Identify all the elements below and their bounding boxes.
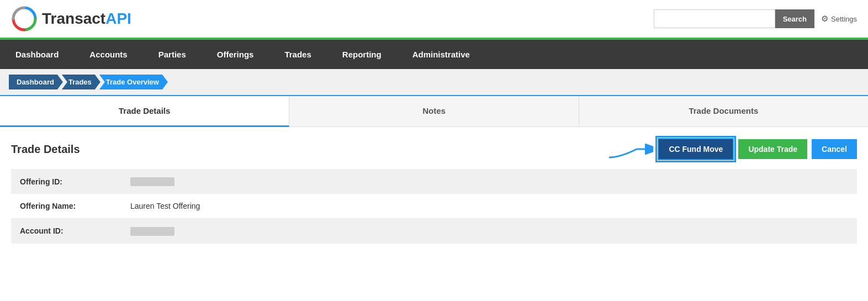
action-buttons: CC Fund Move Update Trade Cancel (609, 138, 857, 160)
update-trade-button[interactable]: Update Trade (738, 139, 807, 159)
search-box: Search (654, 9, 814, 28)
search-button[interactable]: Search (775, 9, 814, 28)
logo-icon (11, 6, 38, 32)
cc-fund-move-button[interactable]: CC Fund Move (658, 138, 734, 160)
page-header: TransactAPI Search ⚙ Settings (0, 0, 868, 40)
details-table: Offering ID: Offering Name: Lauren Test … (11, 169, 857, 244)
section-title: Trade Details (11, 143, 80, 156)
logo-text: TransactAPI (42, 10, 131, 28)
table-row: Offering ID: (11, 169, 857, 194)
nav-item-offerings[interactable]: Offerings (202, 40, 269, 69)
settings-label: Settings (831, 15, 857, 23)
search-input[interactable] (654, 9, 775, 28)
nav-item-parties[interactable]: Parties (143, 40, 202, 69)
breadcrumb-trade-overview[interactable]: Trade Overview (99, 75, 168, 89)
table-row: Account ID: (11, 218, 857, 243)
breadcrumb-dashboard[interactable]: Dashboard (9, 75, 63, 89)
section-header: Trade Details CC Fund Move Update Trade … (11, 138, 857, 160)
settings-link[interactable]: ⚙ Settings (821, 14, 857, 24)
arrow-annotation (609, 138, 653, 160)
nav-bar: Dashboard Accounts Parties Offerings Tra… (0, 40, 868, 69)
cancel-button[interactable]: Cancel (812, 139, 857, 159)
blurred-value (130, 227, 174, 236)
nav-item-trades[interactable]: Trades (269, 40, 326, 69)
account-id-label: Account ID: (11, 218, 121, 243)
breadcrumb: Dashboard Trades Trade Overview (0, 69, 868, 96)
tabs: Trade Details Notes Trade Documents (0, 96, 868, 127)
breadcrumb-trades[interactable]: Trades (62, 75, 100, 89)
offering-name-value: Lauren Test Offering (121, 194, 857, 218)
nav-item-administrative[interactable]: Administrative (397, 40, 485, 69)
tab-trade-details[interactable]: Trade Details (0, 96, 289, 127)
offering-id-value (121, 169, 857, 194)
arrow-wrapper: CC Fund Move (609, 138, 734, 160)
nav-item-dashboard[interactable]: Dashboard (0, 40, 74, 69)
offering-name-label: Offering Name: (11, 194, 121, 218)
blurred-value (130, 177, 174, 186)
nav-item-reporting[interactable]: Reporting (327, 40, 397, 69)
account-id-value (121, 218, 857, 243)
tab-trade-documents[interactable]: Trade Documents (579, 96, 868, 126)
header-right: Search ⚙ Settings (654, 9, 857, 28)
gear-icon: ⚙ (821, 14, 828, 24)
tab-notes[interactable]: Notes (289, 96, 579, 126)
main-content: Trade Details CC Fund Move Update Trade … (0, 127, 868, 255)
offering-id-label: Offering ID: (11, 169, 121, 194)
nav-item-accounts[interactable]: Accounts (74, 40, 142, 69)
table-row: Offering Name: Lauren Test Offering (11, 194, 857, 218)
logo: TransactAPI (11, 6, 131, 32)
